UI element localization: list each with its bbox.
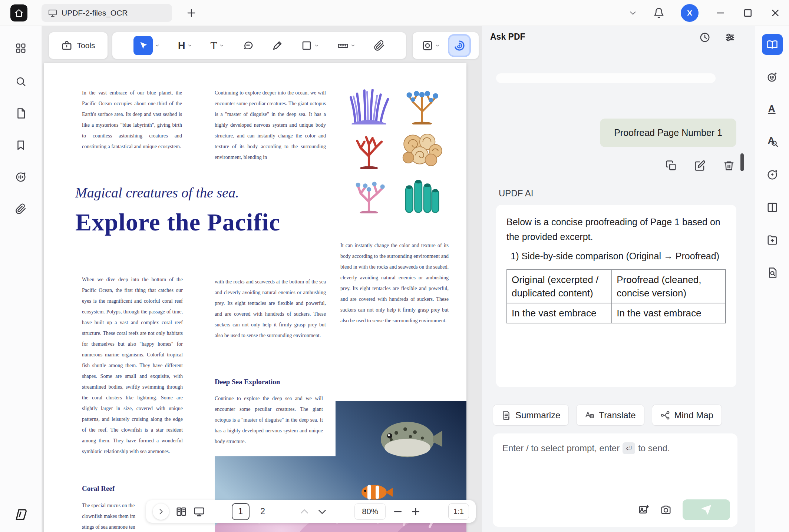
new-tab-button[interactable] [186, 8, 197, 18]
main-toolbar: H T [112, 32, 406, 59]
zoom-out-icon[interactable] [392, 506, 403, 517]
text-recognition-button[interactable]: A [762, 99, 783, 120]
ai-assistant-face-button[interactable] [762, 67, 783, 87]
translate-chip[interactable]: Translate [576, 405, 644, 426]
document-search-button[interactable] [762, 262, 783, 283]
chevron-down-icon[interactable] [155, 43, 160, 48]
comments-button[interactable] [11, 167, 30, 187]
attach-tool[interactable] [374, 40, 385, 51]
heading-tool[interactable]: H [178, 40, 192, 51]
translate-icon [585, 410, 594, 420]
orange-tree-coral-image [399, 84, 445, 124]
page-1-button[interactable]: 1 [232, 503, 250, 520]
user-message-bubble: Proofread Page Number 1 [600, 119, 736, 147]
zoom-level[interactable]: 80% [354, 503, 386, 520]
table-cell: In the vast embrace [507, 303, 612, 323]
left-sidebar [0, 26, 42, 532]
camera-icon[interactable] [660, 504, 671, 515]
input-actions [638, 499, 730, 520]
pdf-viewer-area: Tools H T [42, 26, 482, 532]
delete-icon[interactable] [723, 160, 734, 171]
chat-scrollbar[interactable] [740, 153, 744, 171]
mind-map-chip[interactable]: Mind Map [652, 405, 722, 426]
reading-mode-icon[interactable] [194, 506, 205, 517]
shape-tool[interactable] [301, 40, 319, 51]
page-navigation-bar: 1 2 80% 1:1 [146, 500, 476, 523]
page-title: Explore the Pacific [75, 208, 280, 236]
layout-view-button[interactable] [762, 197, 783, 218]
send-plane-icon [701, 505, 712, 515]
tools-button[interactable]: Tools [49, 32, 108, 59]
ai-sender-label: UPDF AI [499, 188, 533, 199]
ai-response-intro: Below is a concise proofreading of Page … [506, 215, 726, 244]
purple-anemone-image [346, 84, 392, 124]
notifications-bell-icon[interactable] [653, 7, 664, 19]
page-icon [15, 108, 26, 119]
prompt-input[interactable]: Enter / to select prompt, enter ⏎ to sen… [493, 433, 737, 527]
doc-paragraph-tentacles: with the rocks and seaweeds at the botto… [215, 276, 326, 341]
updf-logo [13, 507, 29, 522]
ai-swirl-icon [453, 40, 465, 51]
text-tool[interactable]: T [211, 39, 224, 52]
layout-columns-icon [767, 202, 778, 213]
square-icon [301, 40, 312, 51]
chevron-down-icon[interactable] [629, 9, 637, 17]
chip-label: Summarize [515, 410, 560, 420]
secondary-toolbar [413, 32, 479, 59]
reader-mode-button[interactable] [762, 34, 783, 55]
pdf-page[interactable]: In the vast embrace of our blue planet, … [44, 63, 466, 532]
chevron-down-icon [219, 43, 224, 48]
history-button[interactable] [699, 32, 710, 43]
comment-tool[interactable] [242, 40, 254, 51]
ai-chat-button[interactable] [762, 164, 783, 185]
close-icon[interactable] [770, 7, 781, 19]
minimize-icon[interactable] [715, 7, 726, 19]
previous-page-icon[interactable] [299, 506, 310, 517]
snapshot-tool[interactable] [422, 40, 440, 51]
mind-map-icon [660, 410, 670, 420]
doc-paragraph-camouflage: It can instantly change the color and te… [340, 240, 449, 326]
ai-face-icon [767, 72, 778, 83]
prompt-placeholder: Enter / to select prompt, enter ⏎ to sen… [502, 442, 728, 454]
user-message-text: Proofread Page Number 1 [614, 127, 722, 138]
heading-glyph: H [178, 40, 185, 51]
thumbnail-view-icon[interactable] [176, 506, 187, 517]
enter-key-icon: ⏎ [623, 442, 635, 454]
sliders-icon [724, 32, 736, 43]
export-folder-button[interactable] [762, 230, 783, 250]
panel-title: Ask PDF [490, 32, 525, 42]
summarize-chip[interactable]: Summarize [493, 405, 569, 426]
coral-image-grid [346, 84, 447, 213]
search-button[interactable] [11, 72, 30, 91]
previous-message-peek [496, 73, 716, 83]
send-button[interactable] [683, 499, 730, 520]
add-image-icon[interactable] [638, 504, 649, 515]
attachments-button[interactable] [11, 199, 30, 219]
table-row: In the vast embrace In the vast embrace [507, 303, 726, 323]
title-bar: UPDF-2-files_OCR X [0, 0, 789, 26]
copy-icon[interactable] [666, 160, 677, 171]
edit-icon[interactable] [694, 160, 706, 171]
bookmarks-button[interactable] [11, 136, 30, 155]
select-tool[interactable] [133, 36, 160, 55]
chip-label: Mind Map [674, 410, 713, 420]
user-avatar[interactable]: X [681, 4, 699, 22]
search-text-button[interactable]: A [762, 132, 783, 153]
apps-grid-button[interactable] [11, 39, 30, 58]
maximize-icon[interactable] [742, 7, 753, 19]
zoom-in-icon[interactable] [410, 506, 421, 517]
actual-size-button[interactable]: 1:1 [448, 503, 469, 520]
next-page-icon[interactable] [317, 506, 328, 517]
table-header-original: Original (excerpted / duplicated content… [507, 270, 612, 303]
page-2-button[interactable]: 2 [254, 503, 272, 520]
measure-tool[interactable] [337, 40, 356, 51]
document-tab[interactable]: UPDF-2-files_OCR [42, 4, 172, 22]
chat-settings-button[interactable] [724, 32, 736, 43]
home-button[interactable] [10, 4, 27, 21]
comment-icon [15, 172, 26, 183]
expand-panel-button[interactable] [153, 503, 169, 520]
tools-label: Tools [77, 41, 95, 50]
ai-assistant-button[interactable] [449, 36, 469, 56]
pen-tool[interactable] [272, 40, 283, 51]
thumbnails-button[interactable] [11, 104, 30, 123]
